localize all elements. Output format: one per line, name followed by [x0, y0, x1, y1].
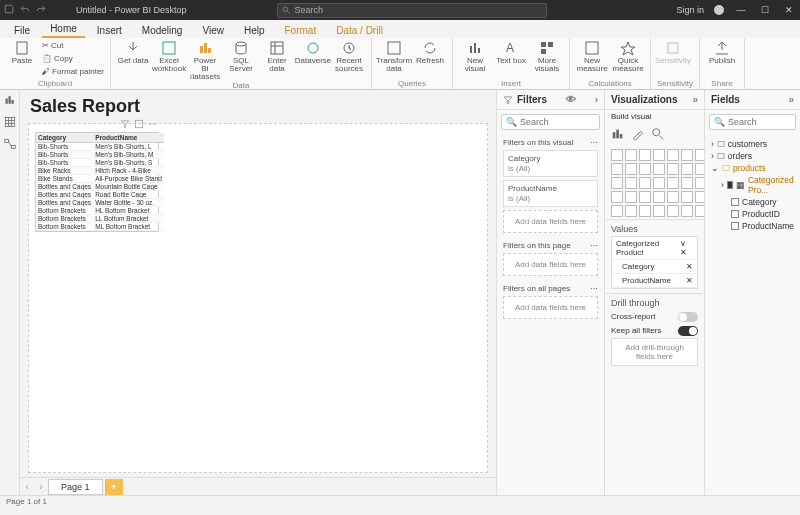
visual-type-2[interactable]: [639, 149, 651, 161]
collapse-icon[interactable]: »: [788, 94, 794, 105]
tab-view[interactable]: View: [194, 23, 232, 38]
values-well[interactable]: Categorized Product∨ ✕ Category✕ Product…: [611, 236, 698, 289]
tab-datadrill[interactable]: Data / Drill: [328, 23, 391, 38]
tab-insert[interactable]: Insert: [89, 23, 130, 38]
global-search[interactable]: Search: [277, 3, 547, 18]
visual-type-29[interactable]: [625, 205, 637, 217]
pbi-datasets-button[interactable]: Power BI datasets: [189, 40, 221, 81]
format-icon[interactable]: [631, 127, 645, 143]
recent-sources-button[interactable]: Recent sources: [333, 40, 365, 73]
visual-type-19[interactable]: [681, 177, 693, 189]
visual-type-28[interactable]: [611, 205, 623, 217]
more-icon[interactable]: ⋯: [590, 241, 598, 250]
add-page-button[interactable]: +: [105, 479, 123, 495]
cross-report-toggle[interactable]: [678, 312, 698, 322]
visual-type-17[interactable]: [653, 177, 665, 189]
model-view-icon[interactable]: [4, 138, 16, 152]
visual-type-8[interactable]: [625, 163, 637, 175]
excel-button[interactable]: Excel workbook: [153, 40, 185, 73]
visual-type-1[interactable]: [625, 149, 637, 161]
visual-type-12[interactable]: [681, 163, 693, 175]
tab-help[interactable]: Help: [236, 23, 273, 38]
tab-file[interactable]: File: [6, 23, 38, 38]
filter-card-category[interactable]: Categoryis (All): [503, 150, 598, 177]
redo-icon[interactable]: [36, 4, 46, 16]
page-prev[interactable]: ‹: [20, 482, 34, 492]
table-products[interactable]: ⌄products: [711, 162, 794, 174]
visual-type-15[interactable]: [625, 177, 637, 189]
focus-icon[interactable]: [134, 119, 144, 131]
more-icon[interactable]: [148, 119, 158, 131]
get-data-button[interactable]: Get data: [117, 40, 149, 65]
keep-filters-toggle[interactable]: [678, 326, 698, 336]
copy-button[interactable]: 📋Copy: [42, 53, 104, 65]
visual-type-3[interactable]: [653, 149, 665, 161]
new-visual-button[interactable]: New visual: [459, 40, 491, 73]
minimize-button[interactable]: —: [734, 5, 748, 15]
visual-type-4[interactable]: [667, 149, 679, 161]
refresh-button[interactable]: Refresh: [414, 40, 446, 65]
visual-type-25[interactable]: [667, 191, 679, 203]
table-customers[interactable]: ›customers: [711, 138, 794, 150]
paste-button[interactable]: Paste: [6, 40, 38, 65]
tab-format[interactable]: Format: [277, 23, 325, 38]
filter-drop-all[interactable]: Add data fields here: [503, 296, 598, 319]
more-icon[interactable]: ⋯: [590, 284, 598, 293]
dataverse-button[interactable]: Dataverse: [297, 40, 329, 65]
text-box-button[interactable]: AText box: [495, 40, 527, 65]
visual-type-32[interactable]: [667, 205, 679, 217]
transform-data-button[interactable]: Transform data: [378, 40, 410, 73]
more-visuals-button[interactable]: More visuals: [531, 40, 563, 73]
table-orders[interactable]: ›orders: [711, 150, 794, 162]
visual-type-14[interactable]: [611, 177, 623, 189]
filter-search[interactable]: 🔍: [501, 114, 600, 130]
sql-server-button[interactable]: SQL Server: [225, 40, 257, 73]
filter-drop-visual[interactable]: Add data fields here: [503, 210, 598, 233]
filter-drop-page[interactable]: Add data fields here: [503, 253, 598, 276]
visual-type-18[interactable]: [667, 177, 679, 189]
visual-type-23[interactable]: [639, 191, 651, 203]
visual-type-0[interactable]: [611, 149, 623, 161]
report-canvas[interactable]: CategoryProductName Bib-ShortsMen's Bib-…: [28, 123, 488, 473]
visual-type-5[interactable]: [681, 149, 693, 161]
sign-in[interactable]: Sign in: [676, 5, 704, 15]
avatar[interactable]: [714, 5, 724, 15]
table-visual[interactable]: CategoryProductName Bib-ShortsMen's Bib-…: [35, 132, 159, 232]
visual-type-16[interactable]: [639, 177, 651, 189]
filter-card-productname[interactable]: ProductNameis (All): [503, 180, 598, 207]
page-next[interactable]: ›: [34, 482, 48, 492]
visual-type-9[interactable]: [639, 163, 651, 175]
collapse-icon[interactable]: ›: [595, 94, 598, 105]
visual-type-7[interactable]: [611, 163, 623, 175]
close-button[interactable]: ✕: [782, 5, 796, 15]
cut-button[interactable]: ✂Cut: [42, 40, 104, 52]
visual-type-26[interactable]: [681, 191, 693, 203]
sensitivity-button[interactable]: Sensitivity: [657, 40, 689, 65]
visual-type-21[interactable]: [611, 191, 623, 203]
analytics-icon[interactable]: [651, 127, 665, 143]
maximize-button[interactable]: ☐: [758, 5, 772, 15]
collapse-icon[interactable]: »: [692, 94, 698, 105]
field-category[interactable]: Category: [711, 196, 794, 208]
visual-type-10[interactable]: [653, 163, 665, 175]
filter-icon[interactable]: [120, 119, 130, 131]
drill-drop[interactable]: Add drill-through fields here: [611, 338, 698, 366]
visual-type-30[interactable]: [639, 205, 651, 217]
save-icon[interactable]: [4, 4, 14, 16]
tab-modeling[interactable]: Modeling: [134, 23, 191, 38]
format-painter-button[interactable]: 🖌Format painter: [42, 66, 104, 78]
visual-type-24[interactable]: [653, 191, 665, 203]
visual-type-22[interactable]: [625, 191, 637, 203]
report-view-icon[interactable]: [4, 94, 16, 108]
visual-type-33[interactable]: [681, 205, 693, 217]
quick-measure-button[interactable]: Quick measure: [612, 40, 644, 73]
fields-search[interactable]: 🔍: [709, 114, 796, 130]
new-measure-button[interactable]: New measure: [576, 40, 608, 73]
eye-icon[interactable]: 👁: [566, 94, 576, 105]
undo-icon[interactable]: [20, 4, 30, 16]
data-view-icon[interactable]: [4, 116, 16, 130]
more-icon[interactable]: ⋯: [590, 138, 598, 147]
enter-data-button[interactable]: Enter data: [261, 40, 293, 73]
field-productid[interactable]: ProductID: [711, 208, 794, 220]
visual-type-31[interactable]: [653, 205, 665, 217]
